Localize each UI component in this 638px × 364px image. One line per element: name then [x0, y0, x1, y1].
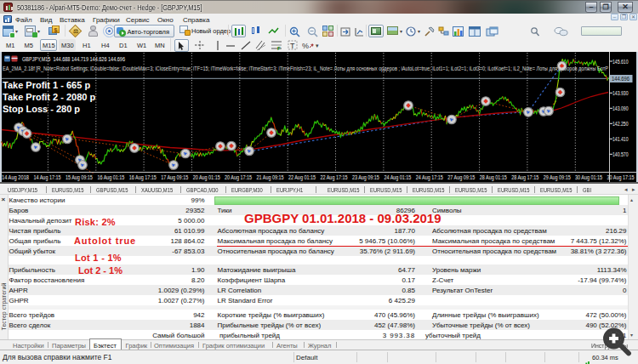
svg-text:16 Aug 01:15: 16 Aug 01:15	[97, 174, 124, 181]
svg-text:16 Aug 17:15: 16 Aug 17:15	[129, 174, 157, 181]
svg-text:30 Aug 01:15: 30 Aug 01:15	[575, 174, 602, 181]
svg-text:%: %	[302, 42, 309, 50]
svg-text:23 Aug 09:15: 23 Aug 09:15	[352, 174, 379, 181]
svg-text:30 Aug 17:15: 30 Aug 17:15	[607, 174, 635, 181]
svg-text:GBPJPY,M15 144.688 144.719 14: GBPJPY,M15 144.688 144.719 144.626 144.6…	[22, 56, 125, 62]
svg-text:17 Aug 09:15: 17 Aug 09:15	[161, 174, 188, 181]
svg-text:141.410: 141.410	[612, 136, 629, 142]
svg-text:22 Aug 01:15: 22 Aug 01:15	[288, 174, 316, 181]
svg-text:15 Aug 09:15: 15 Aug 09:15	[66, 174, 93, 181]
svg-text:14 Aug 2018: 14 Aug 2018	[2, 174, 29, 181]
svg-text:143.090: 143.090	[612, 105, 629, 111]
svg-text:20 Aug 17:15: 20 Aug 17:15	[225, 174, 252, 181]
svg-text:140.570: 140.570	[612, 151, 629, 157]
svg-text:145.610: 145.610	[612, 59, 629, 65]
svg-text:29 Aug 09:15: 29 Aug 09:15	[544, 174, 571, 181]
svg-text:143.930: 143.930	[612, 90, 629, 96]
svg-text:24 Aug 01:15: 24 Aug 01:15	[384, 174, 411, 181]
svg-text:14 Aug 17:15: 14 Aug 17:15	[34, 174, 61, 181]
svg-text:20 Aug 01:15: 20 Aug 01:15	[193, 174, 220, 181]
svg-text:T: T	[290, 42, 295, 50]
svg-text:22 Aug 17:15: 22 Aug 17:15	[321, 174, 348, 181]
svg-text:28 Aug 01:15: 28 Aug 01:15	[480, 174, 507, 181]
svg-text:EA_2MA_2.18f [R_Note=Robot Set: EA_2MA_2.18f [R_Note=Robot Settings; iDo…	[3, 65, 609, 72]
svg-text:21 Aug 09:15: 21 Aug 09:15	[257, 174, 284, 181]
svg-text:24 Aug 17:15: 24 Aug 17:15	[416, 174, 443, 181]
svg-text:142.250: 142.250	[612, 121, 629, 127]
svg-text:27 Aug 09:15: 27 Aug 09:15	[447, 174, 475, 181]
svg-text:28 Aug 17:15: 28 Aug 17:15	[511, 174, 538, 181]
svg-text:144.696: 144.696	[612, 76, 629, 82]
svg-text:F: F	[277, 46, 281, 51]
